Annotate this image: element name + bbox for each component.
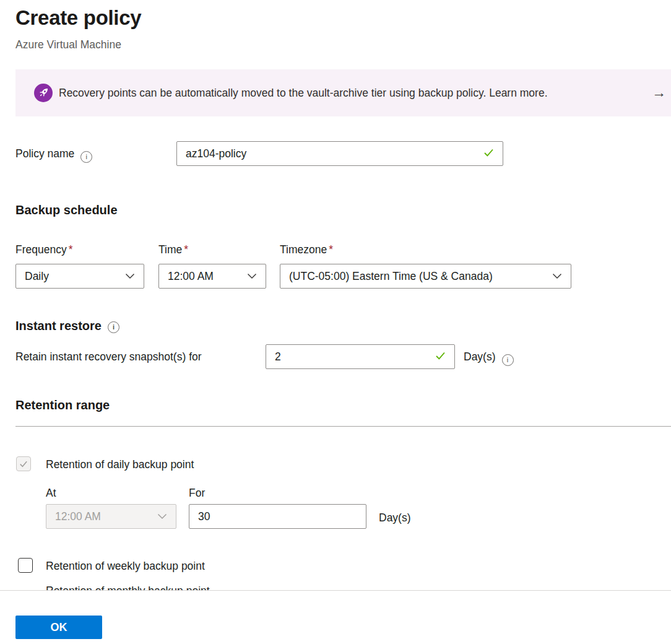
daily-at-value: 12:00 AM [55,510,101,523]
section-divider [15,426,671,427]
info-icon[interactable]: i [502,354,514,366]
policy-name-label: Policy namei [15,147,92,163]
daily-retention-label: Retention of daily backup point [46,458,194,471]
required-marker: * [184,243,188,256]
vault-archive-banner[interactable]: Recovery points can be automatically mov… [15,69,671,116]
banner-message: Recovery points can be automatically mov… [59,69,548,116]
rocket-icon [34,84,53,102]
time-dropdown[interactable]: 12:00 AM [158,264,266,289]
timezone-label: Timezone* [280,243,333,256]
chevron-down-icon [125,273,135,279]
weekly-retention-checkbox[interactable] [18,558,33,573]
chevron-down-icon [247,273,257,279]
timezone-value: (UTC-05:00) Eastern Time (US & Canada) [289,270,493,283]
info-icon[interactable]: i [108,321,119,333]
timezone-dropdown[interactable]: (UTC-05:00) Eastern Time (US & Canada) [280,264,571,289]
info-icon[interactable]: i [80,151,92,163]
valid-check-icon [434,349,447,365]
daily-for-label: For [189,487,205,500]
daily-unit-label: Day(s) [379,511,411,524]
snapshot-retention-field [266,344,455,369]
blade-footer: OK [0,590,671,644]
instant-restore-heading: Instant restorei [15,319,119,333]
frequency-value: Daily [25,270,49,283]
arrow-right-icon: → [652,69,666,116]
instant-restore-label: Retain instant recovery snapshot(s) for [15,350,202,363]
ok-button[interactable]: OK [15,616,102,639]
chevron-down-icon [552,273,562,279]
daily-retention-checkbox [16,456,31,471]
backup-schedule-heading: Backup schedule [15,203,118,217]
frequency-label: Frequency* [15,243,73,256]
page-subtitle: Azure Virtual Machine [15,38,121,51]
create-policy-blade: Create policy Azure Virtual Machine Reco… [0,0,671,644]
required-marker: * [69,243,73,256]
required-marker: * [329,243,333,256]
snapshot-unit-label: Day(s)i [464,350,514,366]
policy-name-input[interactable] [186,147,477,160]
retention-range-heading: Retention range [15,398,110,412]
frequency-dropdown[interactable]: Daily [15,264,144,289]
time-value: 12:00 AM [168,270,214,283]
daily-at-dropdown: 12:00 AM [46,504,176,529]
snapshot-retention-input[interactable] [275,350,429,363]
policy-name-field [176,141,503,166]
daily-for-input[interactable] [198,510,358,523]
time-label: Time* [158,243,188,256]
blade-scroll-content: Create policy Azure Virtual Machine Reco… [0,0,671,590]
chevron-down-icon [157,513,167,520]
weekly-retention-label: Retention of weekly backup point [46,560,205,573]
page-title: Create policy [15,6,141,30]
valid-check-icon [482,146,495,162]
daily-at-label: At [46,487,56,500]
monthly-retention-label-clipped: Retention of monthly backup point [46,585,210,590]
daily-for-field [189,504,366,529]
